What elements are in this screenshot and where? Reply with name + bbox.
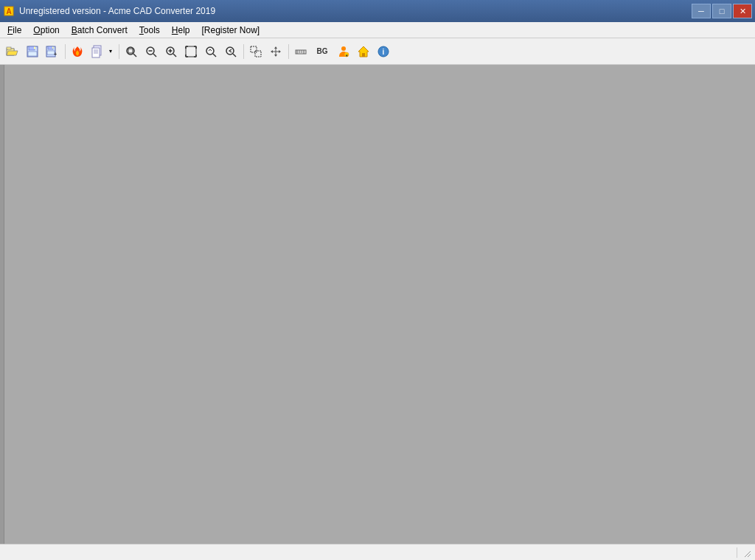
select-button[interactable] xyxy=(246,42,265,61)
status-bar xyxy=(0,544,755,560)
zoom-out-button[interactable] xyxy=(142,42,161,61)
zoom-in-button[interactable] xyxy=(161,42,181,61)
svg-line-38 xyxy=(213,54,216,57)
status-resize-grip xyxy=(740,547,752,558)
svg-text:+: + xyxy=(54,52,57,57)
zoom-restore-button[interactable] xyxy=(201,42,220,61)
svg-line-19 xyxy=(133,54,136,57)
menu-file-label: File xyxy=(7,25,21,35)
menu-tools-label: Tools xyxy=(139,25,160,35)
close-button[interactable]: ✕ xyxy=(733,4,752,18)
svg-rect-14 xyxy=(92,48,100,57)
save-button[interactable] xyxy=(23,42,42,61)
main-content-area xyxy=(0,65,755,544)
menu-help[interactable]: Help xyxy=(166,22,196,38)
svg-rect-11 xyxy=(52,46,54,49)
separator-3 xyxy=(241,42,246,61)
menu-tools[interactable]: Tools xyxy=(133,22,166,38)
menu-file[interactable]: File xyxy=(1,22,27,38)
menu-batch-convert[interactable]: Batch Convert xyxy=(66,22,133,38)
zoom-fit-button[interactable] xyxy=(181,42,201,61)
svg-rect-42 xyxy=(255,51,261,57)
svg-rect-5 xyxy=(29,46,35,50)
svg-rect-6 xyxy=(28,52,37,56)
minimize-button[interactable]: ─ xyxy=(692,4,711,18)
copy-dropdown-button[interactable]: ▾ xyxy=(105,42,116,61)
svg-rect-9 xyxy=(48,46,53,49)
restore-button[interactable]: □ xyxy=(712,4,731,18)
measure-button[interactable] xyxy=(291,42,310,61)
svg-rect-41 xyxy=(251,46,257,52)
svg-line-56 xyxy=(748,554,751,557)
tool1-button[interactable]: ★ xyxy=(334,42,353,61)
copy-button[interactable] xyxy=(88,42,105,61)
svg-text:A: A xyxy=(6,7,11,15)
svg-rect-7 xyxy=(34,46,35,49)
svg-point-37 xyxy=(206,47,214,55)
separator-2 xyxy=(116,42,121,61)
window-title: Unregistered version - Acme CAD Converte… xyxy=(19,6,215,16)
svg-point-48 xyxy=(341,46,346,51)
zoom-window-button[interactable] xyxy=(122,42,141,61)
left-edge xyxy=(0,65,4,544)
separator-1 xyxy=(63,42,67,61)
svg-line-25 xyxy=(173,54,176,57)
svg-rect-28 xyxy=(186,46,196,57)
menu-register-label: [Register Now] xyxy=(202,25,260,35)
svg-line-40 xyxy=(233,54,236,57)
separator-4 xyxy=(286,42,290,61)
pan-button[interactable] xyxy=(266,42,285,61)
svg-line-55 xyxy=(745,551,751,557)
copy-group: ▾ xyxy=(88,42,116,61)
svg-line-22 xyxy=(153,54,156,57)
svg-text:i: i xyxy=(383,48,385,56)
svg-rect-20 xyxy=(128,49,133,53)
toolbar: + ▾ xyxy=(0,38,755,65)
menu-option[interactable]: Option xyxy=(27,22,65,38)
svg-rect-3 xyxy=(7,47,11,49)
svg-rect-52 xyxy=(362,53,365,57)
title-bar: A Unregistered version - Acme CAD Conver… xyxy=(0,0,755,22)
bg-button[interactable]: BG xyxy=(311,42,333,61)
title-left: A Unregistered version - Acme CAD Conver… xyxy=(3,5,215,17)
menu-option-label: Option xyxy=(33,25,59,35)
menu-batch-convert-label: Batch Convert xyxy=(72,25,128,35)
tool2-button[interactable] xyxy=(354,42,373,61)
zoom-prev-button[interactable] xyxy=(221,42,240,61)
info-button[interactable]: i xyxy=(374,42,393,61)
title-controls: ─ □ ✕ xyxy=(692,4,752,18)
run-button[interactable] xyxy=(68,42,87,61)
status-divider xyxy=(737,547,737,558)
app-icon: A xyxy=(3,5,15,17)
open-button[interactable] xyxy=(3,42,22,61)
bg-label: BG xyxy=(317,47,328,55)
menu-register[interactable]: [Register Now] xyxy=(196,22,266,38)
save-as-button[interactable]: + xyxy=(43,42,62,61)
menu-help-label: Help xyxy=(172,25,190,35)
menu-bar: File Option Batch Convert Tools Help [Re… xyxy=(0,22,755,38)
